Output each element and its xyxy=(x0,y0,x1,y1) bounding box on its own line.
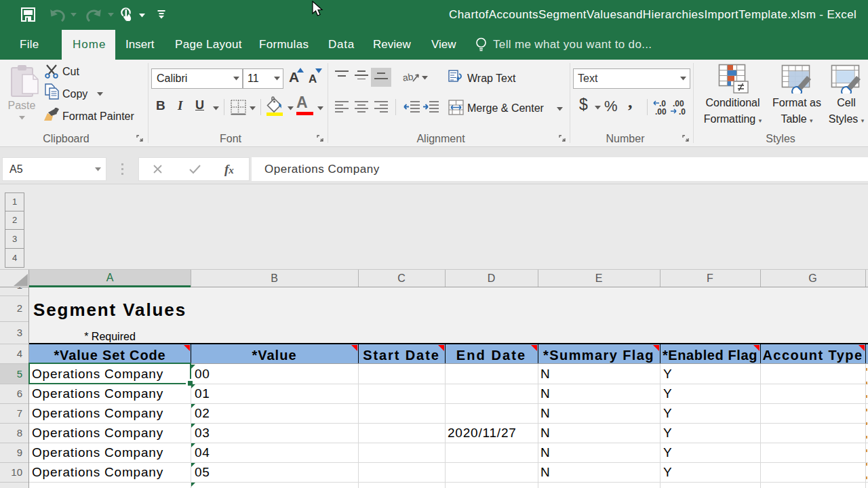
svg-text:ab: ab xyxy=(403,71,414,83)
